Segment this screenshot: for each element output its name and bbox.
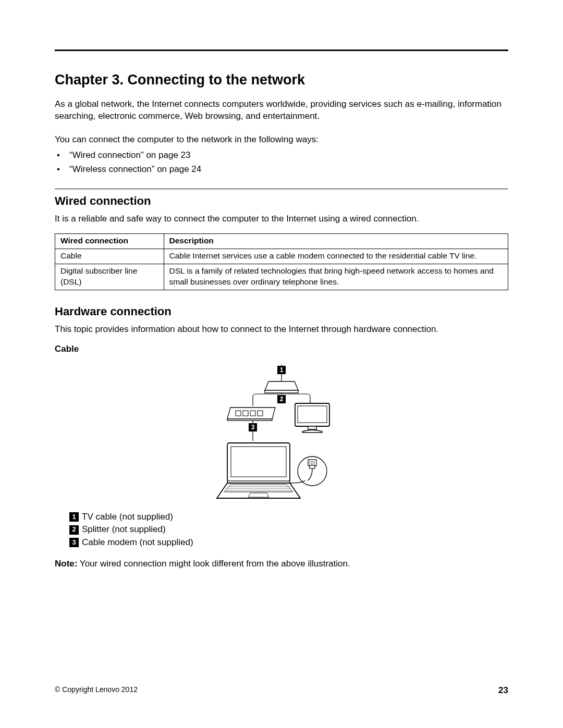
- svg-rect-7: [236, 411, 241, 416]
- page-number: 23: [498, 685, 508, 696]
- cable-diagram-svg: 1 2 3: [198, 362, 365, 501]
- cable-subheading: Cable: [55, 344, 508, 354]
- modem-icon: [227, 408, 275, 421]
- legend-badge: 3: [69, 538, 79, 547]
- td: Digital subscriber line (DSL): [55, 264, 164, 290]
- diagram-legend: 1 TV cable (not supplied) 2 Splitter (no…: [69, 511, 508, 549]
- badge-3: 3: [249, 423, 257, 431]
- svg-text:1: 1: [280, 366, 284, 374]
- svg-rect-21: [308, 460, 316, 466]
- hardware-connection-heading: Hardware connection: [55, 305, 508, 318]
- note-text: Your wired connection might look differe…: [77, 559, 350, 569]
- page-footer: © Copyright Lenovo 2012 23: [55, 685, 508, 696]
- td: Cable: [55, 249, 164, 264]
- table-row: Digital subscriber line (DSL) DSL is a f…: [55, 264, 508, 290]
- td: DSL is a family of related technologies …: [164, 264, 508, 290]
- ways-list: “Wired connection” on page 23 “Wireless …: [55, 148, 508, 176]
- legend-text: TV cable (not supplied): [82, 511, 173, 524]
- table-header-row: Wired connection Description: [55, 234, 508, 249]
- wired-table: Wired connection Description Cable Cable…: [55, 233, 508, 290]
- svg-rect-5: [265, 390, 298, 393]
- svg-rect-22: [310, 465, 315, 468]
- monitor-icon: [295, 403, 329, 433]
- diagram: 1 2 3: [55, 362, 508, 501]
- svg-rect-8: [243, 411, 248, 416]
- hw-body: This topic provides information about ho…: [55, 324, 508, 336]
- svg-rect-9: [250, 411, 255, 416]
- laptop-icon: [217, 443, 300, 498]
- intro-paragraph: As a global network, the Internet connec…: [55, 98, 508, 122]
- svg-text:3: 3: [251, 424, 255, 431]
- wired-body: It is a reliable and safe way to connect…: [55, 213, 508, 225]
- svg-rect-15: [231, 447, 286, 477]
- rj45-detail-icon: [290, 456, 327, 486]
- svg-rect-10: [258, 411, 263, 416]
- note: Note: Your wired connection might look d…: [55, 559, 508, 569]
- wired-connection-heading: Wired connection: [55, 194, 508, 208]
- copyright: © Copyright Lenovo 2012: [55, 685, 138, 696]
- svg-rect-12: [298, 406, 327, 423]
- chapter-title: Chapter 3. Connecting to the network: [55, 72, 508, 88]
- badge-2: 2: [277, 395, 286, 403]
- section-rule: [55, 189, 508, 189]
- legend-badge: 1: [69, 512, 79, 522]
- legend-badge: 2: [69, 525, 79, 535]
- svg-rect-13: [308, 426, 316, 429]
- splitter-icon: [265, 381, 298, 393]
- table-row: Cable Cable Internet services use a cabl…: [55, 249, 508, 264]
- th-connection: Wired connection: [55, 234, 164, 249]
- svg-rect-6: [227, 419, 272, 421]
- top-rule: [55, 50, 508, 51]
- list-item: “Wired connection” on page 23: [55, 148, 508, 162]
- legend-item: 3 Cable modem (not supplied): [69, 536, 508, 549]
- page-content: Chapter 3. Connecting to the network As …: [0, 0, 563, 569]
- ways-intro: You can connect the computer to the netw…: [55, 134, 508, 146]
- legend-text: Cable modem (not supplied): [82, 536, 193, 549]
- list-item: “Wireless connection” on page 24: [55, 162, 508, 176]
- th-description: Description: [164, 234, 508, 249]
- svg-text:2: 2: [280, 396, 284, 403]
- td: Cable Internet services use a cable mode…: [164, 249, 508, 264]
- legend-text: Splitter (not supplied): [82, 523, 166, 536]
- badge-1: 1: [277, 366, 286, 374]
- legend-item: 1 TV cable (not supplied): [69, 511, 508, 524]
- legend-item: 2 Splitter (not supplied): [69, 523, 508, 536]
- note-label: Note:: [55, 559, 77, 569]
